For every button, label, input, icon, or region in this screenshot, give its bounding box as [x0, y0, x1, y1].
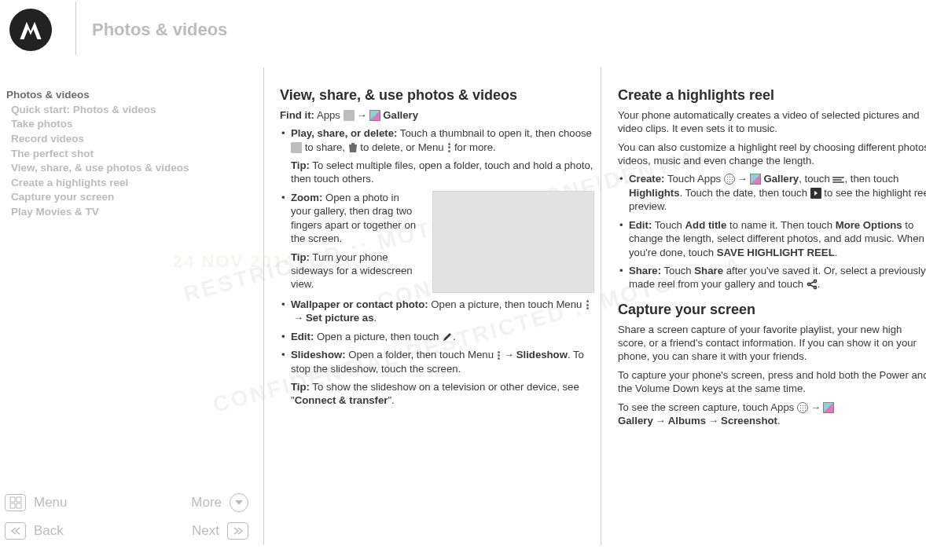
arrow-icon: →	[291, 312, 306, 324]
capture-p2: To capture your phone's screen, press an…	[618, 368, 926, 396]
trash-icon	[348, 142, 358, 153]
play-delete: to delete, or Menu	[358, 141, 447, 153]
svg-marker-4	[235, 500, 243, 505]
cap-p3b: .	[777, 415, 781, 426]
bullet-hl-edit: Edit: Touch Add title to name it. Then t…	[618, 218, 926, 259]
highlights-label: Highlights	[629, 187, 679, 199]
hl-share-c: .	[818, 278, 821, 290]
connect-transfer-link[interactable]: Connect & transfer	[295, 394, 388, 406]
create-title: Create:	[629, 173, 664, 185]
next-label[interactable]: Next	[192, 523, 219, 539]
hl-edit-d: .	[835, 247, 838, 258]
apps-icon	[344, 110, 355, 121]
column-divider-1	[263, 68, 264, 545]
svg-rect-2	[10, 503, 15, 508]
bottom-nav: Menu More Back Next	[5, 491, 248, 547]
slide-tip-b: ".	[388, 394, 394, 406]
bullet-play-share-delete: Play, share, or delete: Touch a thumbnai…	[280, 126, 594, 186]
header: Photos & videos	[0, 6, 227, 53]
more-options-label: More Options	[836, 219, 902, 231]
arrow-icon: →	[706, 415, 721, 426]
bullet-slideshow: Slideshow: Open a folder, then touch Men…	[280, 348, 594, 408]
wall-body: Open a picture, then touch Menu	[428, 298, 585, 310]
hl-share-title: Share:	[629, 265, 661, 276]
slide-tip-label: Tip:	[291, 381, 310, 393]
column-divider-2	[601, 68, 601, 545]
heading-view-share: View, share, & use photos & videos	[280, 86, 594, 105]
create-a: Touch Apps	[664, 173, 723, 185]
heading-highlights: Create a highlights reel	[618, 86, 926, 105]
svg-rect-0	[10, 497, 15, 502]
movie-icon	[810, 188, 821, 199]
create-b: , touch	[799, 173, 832, 185]
screenshot-label: Screenshot	[721, 415, 777, 426]
find-it-line: Find it: Apps → Gallery	[280, 108, 594, 122]
zoom-tip-body: Turn your phone sideways for a widescree…	[291, 251, 413, 291]
share-label: Share	[694, 265, 723, 276]
bullet-create: Create: Touch Apps → Gallery, touch , th…	[618, 172, 926, 213]
sidebar-item-photos-videos[interactable]: Photos & videos	[6, 88, 250, 103]
create-c: , then touch	[844, 173, 898, 185]
save-highlight-label: SAVE HIGHLIGHT REEL	[717, 247, 835, 258]
sidebar-item-perfect-shot[interactable]: The perfect shot	[6, 147, 250, 162]
hl-share-a: Touch	[661, 265, 694, 276]
content-column-2: Create a highlights reel Your phone auto…	[618, 86, 926, 428]
bullet-wallpaper: Wallpaper or contact photo: Open a pictu…	[280, 298, 594, 325]
back-label[interactable]: Back	[34, 523, 64, 539]
arrow-icon: →	[808, 401, 823, 413]
zoom-tip-label: Tip:	[291, 251, 310, 263]
content-column-1: View, share, & use photos & videos Find …	[280, 86, 594, 412]
sidebar-item-take-photos[interactable]: Take photos	[6, 117, 250, 132]
menu-dots-icon	[585, 299, 590, 310]
gallery-label: Gallery	[618, 415, 653, 426]
hl-edit-b: to name it. Then touch	[726, 219, 835, 231]
arrow-icon: →	[502, 349, 516, 361]
arrow-icon: →	[735, 173, 750, 185]
sidebar-item-highlights-reel[interactable]: Create a highlights reel	[6, 176, 250, 191]
sidebar-item-capture-screen[interactable]: Capture your screen	[6, 190, 250, 205]
albums-label: Albums	[668, 415, 706, 426]
slideshow-label: Slideshow	[516, 349, 568, 361]
next-icon[interactable]	[227, 522, 248, 540]
share-placeholder-icon	[291, 142, 302, 153]
svg-point-5	[814, 280, 816, 283]
play-more: for more.	[451, 141, 495, 153]
menu-icon[interactable]	[5, 494, 26, 511]
sidebar-item-play-movies[interactable]: Play Movies & TV	[6, 205, 250, 220]
svg-rect-3	[17, 503, 21, 508]
apps-grid-icon	[724, 174, 735, 185]
more-label[interactable]: More	[191, 495, 222, 511]
find-it-label: Find it:	[280, 109, 314, 121]
bullet-edit: Edit: Open a picture, then touch .	[280, 330, 594, 343]
bullet-zoom: Zoom: Open a photo in your gallery, then…	[280, 191, 594, 293]
sidebar-item-view-share[interactable]: View, share, & use photos & videos	[6, 161, 250, 176]
play-tip-label: Tip:	[291, 159, 310, 171]
menu-dots-icon	[497, 350, 502, 361]
zoom-title: Zoom:	[291, 192, 322, 203]
sidebar-item-record-videos[interactable]: Record videos	[6, 132, 250, 147]
cap-p3a: To see the screen capture, touch Apps	[618, 401, 797, 413]
capture-p1: Share a screen capture of your favorite …	[618, 323, 926, 364]
sidebar-toc: Photos & videos Quick start: Photos & vi…	[6, 88, 250, 220]
gallery-label: Gallery	[383, 109, 418, 121]
gallery-icon	[369, 110, 380, 121]
arrow-icon: →	[653, 415, 668, 426]
motorola-logo	[9, 9, 52, 51]
svg-point-7	[814, 287, 816, 289]
svg-rect-1	[17, 497, 21, 502]
find-it-apps: Apps	[314, 109, 344, 121]
zoom-placeholder-image	[432, 191, 594, 293]
sidebar-item-quickstart[interactable]: Quick start: Photos & videos	[6, 103, 250, 118]
edit-body: Open a picture, then touch	[314, 331, 442, 342]
back-icon[interactable]	[5, 522, 26, 540]
slide-body: Open a folder, then touch Menu	[346, 349, 497, 361]
play-title: Play, share, or delete:	[291, 127, 397, 139]
watermark-date: 24 NOV 2014	[173, 251, 295, 272]
more-icon[interactable]	[230, 493, 248, 512]
menu-label[interactable]: Menu	[34, 495, 68, 511]
page-title: Photos & videos	[92, 20, 227, 40]
add-title-label: Add title	[685, 219, 727, 231]
capture-p3: To see the screen capture, touch Apps → …	[618, 401, 926, 428]
play-tip-body: To select multiple files, open a folder,…	[291, 159, 593, 185]
gallery-icon	[823, 402, 834, 413]
